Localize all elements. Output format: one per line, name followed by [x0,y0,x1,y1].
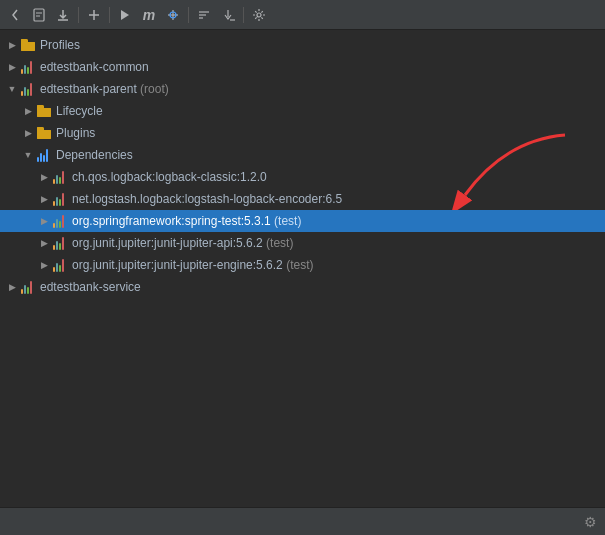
tree-item-edtestbank-service[interactable]: edtestbank-service [0,276,605,298]
tree-label-muted-edtestbank-parent: (root) [137,82,169,96]
tree-arrow-edtestbank-parent[interactable] [4,81,20,97]
tree-arrow-edtestbank-common[interactable] [4,59,20,75]
tree-arrow-junit-engine[interactable] [36,257,52,273]
file-btn[interactable] [28,4,50,26]
tree-label-edtestbank-common: edtestbank-common [40,60,597,74]
tree-label-muted-spring-test: (test) [271,214,302,228]
sort2-btn[interactable] [217,4,239,26]
tree-item-edtestbank-parent[interactable]: edtestbank-parent (root) [0,78,605,100]
tree-arrow-spring-test[interactable] [36,213,52,229]
svg-marker-5 [121,10,129,20]
tree-arrow-lifecycle[interactable] [20,103,36,119]
back-btn[interactable] [4,4,26,26]
sort1-btn[interactable] [193,4,215,26]
maven-icon-dependencies [36,147,52,163]
tree-label-lifecycle: Lifecycle [56,104,597,118]
maven-icon-edtestbank-service [20,279,36,295]
sep2 [109,7,110,23]
maven-icon-logback-classic [52,169,68,185]
tree-item-profiles[interactable]: Profiles [0,34,605,56]
folder-icon-plugins [36,125,52,141]
tree-label-logback-classic: ch.qos.logback:logback-classic:1.2.0 [72,170,597,184]
tree-item-junit-engine[interactable]: org.junit.jupiter:junit-jupiter-engine:5… [0,254,605,276]
tree-item-edtestbank-common[interactable]: edtestbank-common [0,56,605,78]
tree-label-junit-engine: org.junit.jupiter:junit-jupiter-engine:5… [72,258,597,272]
maven-icon-spring-test [52,213,68,229]
maven-icon-edtestbank-common [20,59,36,75]
tree-label-edtestbank-parent: edtestbank-parent (root) [40,82,597,96]
settings-gear-icon[interactable]: ⚙ [584,514,597,530]
sep4 [243,7,244,23]
maven-icon-junit-api [52,235,68,251]
tree-item-dependencies[interactable]: Dependencies [0,144,605,166]
tree-label-muted-junit-api: (test) [263,236,294,250]
svg-point-14 [257,13,261,17]
maven-icon-logstash-encoder [52,191,68,207]
tree-item-spring-test[interactable]: org.springframework:spring-test:5.3.1 (t… [0,210,605,232]
tree-arrow-logback-classic[interactable] [36,169,52,185]
tree-label-profiles: Profiles [40,38,597,52]
folder-icon-profiles [20,37,36,53]
tree-arrow-profiles[interactable] [4,37,20,53]
run-btn[interactable] [114,4,136,26]
center-btn[interactable] [162,4,184,26]
toolbar: m [0,0,605,30]
tree-label-muted-junit-engine: (test) [283,258,314,272]
add-btn[interactable] [83,4,105,26]
tree-arrow-edtestbank-service[interactable] [4,279,20,295]
tree-arrow-logstash-encoder[interactable] [36,191,52,207]
svg-rect-0 [34,9,44,21]
tree-item-plugins[interactable]: Plugins [0,122,605,144]
maven-icon-edtestbank-parent [20,81,36,97]
tree-label-junit-api: org.junit.jupiter:junit-jupiter-api:5.6.… [72,236,597,250]
sep3 [188,7,189,23]
maven-btn[interactable]: m [138,4,160,26]
tree-item-logstash-encoder[interactable]: net.logstash.logback:logstash-logback-en… [0,188,605,210]
sep1 [78,7,79,23]
tree-item-logback-classic[interactable]: ch.qos.logback:logback-classic:1.2.0 [0,166,605,188]
status-bar: ⚙ [0,507,605,535]
tree-item-lifecycle[interactable]: Lifecycle [0,100,605,122]
tree-arrow-plugins[interactable] [20,125,36,141]
settings-btn[interactable] [248,4,270,26]
tree-arrow-junit-api[interactable] [36,235,52,251]
folder-icon-lifecycle [36,103,52,119]
maven-icon-junit-engine [52,257,68,273]
tree-label-plugins: Plugins [56,126,597,140]
tree-label-dependencies: Dependencies [56,148,597,162]
tree-label-edtestbank-service: edtestbank-service [40,280,597,294]
tree-item-junit-api[interactable]: org.junit.jupiter:junit-jupiter-api:5.6.… [0,232,605,254]
download-btn[interactable] [52,4,74,26]
tree-label-spring-test: org.springframework:spring-test:5.3.1 (t… [72,214,597,228]
tree-arrow-dependencies[interactable] [20,147,36,163]
tree-label-logstash-encoder: net.logstash.logback:logstash-logback-en… [72,192,597,206]
maven-tree-panel: Profilesedtestbank-commonedtestbank-pare… [0,30,605,507]
